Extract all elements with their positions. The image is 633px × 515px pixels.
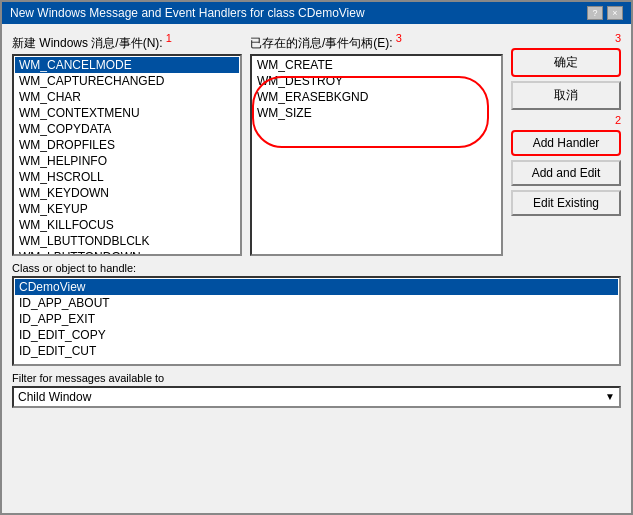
filter-value: Child Window (18, 390, 91, 404)
list-item[interactable]: ID_APP_EXIT (15, 311, 618, 327)
title-bar-buttons: ? × (587, 6, 623, 20)
add-and-edit-button[interactable]: Add and Edit (511, 160, 621, 186)
new-message-listbox[interactable]: WM_CANCELMODEWM_CAPTURECHANGEDWM_CHARWM_… (12, 54, 242, 256)
list-item[interactable]: WM_LBUTTONDBLCLK (15, 233, 239, 249)
class-panel-label: Class or object to handle: (12, 262, 621, 274)
list-item[interactable]: WM_HELPINFO (15, 153, 239, 169)
class-panel: Class or object to handle: CDemoViewID_A… (12, 262, 621, 366)
close-button[interactable]: × (607, 6, 623, 20)
list-item[interactable]: WM_CANCELMODE (15, 57, 239, 73)
dialog-title: New Windows Message and Event Handlers f… (10, 6, 365, 20)
list-item[interactable]: ID_APP_ABOUT (15, 295, 618, 311)
dialog: New Windows Message and Event Handlers f… (0, 0, 633, 515)
list-item[interactable]: WM_LBUTTONDOWN (15, 249, 239, 256)
right-number3: 3 (511, 32, 621, 44)
list-item[interactable]: ID_EDIT_CUT (15, 343, 618, 359)
right-button-panel: 3 确定 取消 2 Add Handler Add and Edit Edit … (511, 32, 621, 256)
help-button[interactable]: ? (587, 6, 603, 20)
list-item[interactable]: WM_KEYUP (15, 201, 239, 217)
filter-panel: Filter for messages available to Child W… (12, 372, 621, 515)
list-item[interactable]: WM_CREATE (253, 57, 500, 73)
list-item[interactable]: CDemoView (15, 279, 618, 295)
list-item[interactable]: ID_EDIT_COPY (15, 327, 618, 343)
list-item[interactable]: WM_KILLFOCUS (15, 217, 239, 233)
existing-message-listbox[interactable]: WM_CREATEWM_DESTROYWM_ERASEBKGNDWM_SIZE (250, 54, 503, 256)
list-item[interactable]: WM_SIZE (253, 105, 500, 121)
existing-panel-label: 已存在的消息/事件句柄(E): 3 (250, 32, 503, 52)
left-number-badge: 1 (166, 32, 172, 44)
class-listbox[interactable]: CDemoViewID_APP_ABOUTID_APP_EXITID_EDIT_… (12, 276, 621, 366)
ok-button[interactable]: 确定 (511, 48, 621, 77)
list-item[interactable]: WM_KEYDOWN (15, 185, 239, 201)
list-item[interactable]: WM_CAPTURECHANGED (15, 73, 239, 89)
dropdown-arrow-icon: ▼ (605, 391, 615, 402)
list-item[interactable]: WM_COPYDATA (15, 121, 239, 137)
list-item[interactable]: WM_CHAR (15, 89, 239, 105)
list-item[interactable]: WM_DESTROY (253, 73, 500, 89)
add-handler-button[interactable]: Add Handler (511, 130, 621, 156)
list-item[interactable]: WM_ERASEBKGND (253, 89, 500, 105)
list-item[interactable]: WM_DROPFILES (15, 137, 239, 153)
cancel-button[interactable]: 取消 (511, 81, 621, 110)
left-panel-label: 新建 Windows 消息/事件(N): 1 (12, 32, 242, 52)
filter-combobox[interactable]: Child Window ▼ (12, 386, 621, 408)
existing-number-badge: 3 (396, 32, 402, 44)
list-item[interactable]: WM_CONTEXTMENU (15, 105, 239, 121)
edit-existing-button[interactable]: Edit Existing (511, 190, 621, 216)
filter-label: Filter for messages available to (12, 372, 621, 384)
title-bar: New Windows Message and Event Handlers f… (2, 2, 631, 24)
list-item[interactable]: WM_HSCROLL (15, 169, 239, 185)
right-number2: 2 (511, 114, 621, 126)
